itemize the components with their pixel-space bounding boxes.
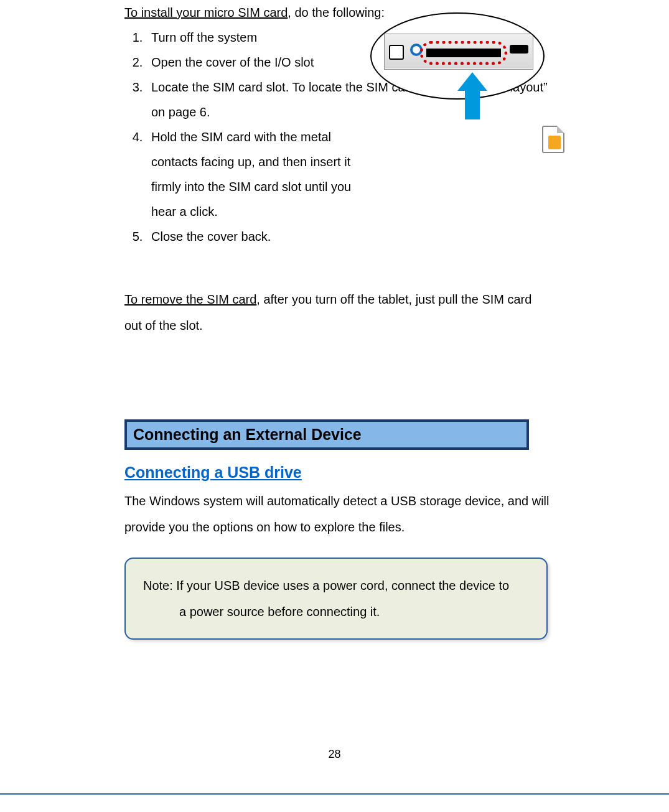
dotted-highlight-icon xyxy=(420,41,507,65)
note-box: Note: If your USB device uses a power co… xyxy=(124,558,548,640)
sim-slot-diagram xyxy=(370,12,545,159)
bottom-divider xyxy=(0,793,669,795)
arrow-stem-icon xyxy=(465,90,480,119)
install-step-5: Close the cover back. xyxy=(146,224,551,249)
port-right-icon xyxy=(510,45,528,54)
sim-chip-icon xyxy=(548,136,561,149)
note-line-1: Note: If your USB device uses a power co… xyxy=(143,579,509,592)
section-header: Connecting an External Device xyxy=(124,419,529,450)
note-text: Note: If your USB device uses a power co… xyxy=(143,572,529,625)
page-number: 28 xyxy=(0,748,669,761)
arrow-up-icon xyxy=(457,72,487,91)
sim-card-icon xyxy=(542,126,564,153)
subsection-title: Connecting a USB drive xyxy=(124,464,551,482)
port-square-icon xyxy=(389,45,404,60)
sim-corner-icon xyxy=(557,126,564,133)
remove-instruction: To remove the SIM card, after you turn o… xyxy=(124,286,551,338)
install-steps-list: Turn off the system Open the cover of th… xyxy=(146,25,551,249)
install-intro-underlined: To install your micro SIM card xyxy=(124,6,288,19)
remove-prefix-underlined: To remove the SIM card xyxy=(124,292,256,306)
install-step-4: Hold the SIM card with the metal contact… xyxy=(146,124,352,224)
usb-body-text: The Windows system will automatically de… xyxy=(124,488,551,540)
note-line-2: a power source before connecting it. xyxy=(143,599,529,625)
